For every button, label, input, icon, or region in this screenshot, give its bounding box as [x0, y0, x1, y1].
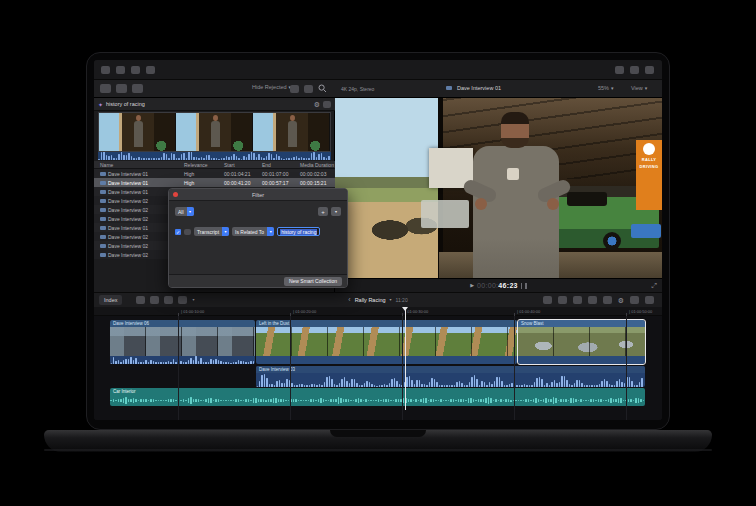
gear-icon[interactable]: ⚙ [314, 101, 320, 108]
waveform-bar [316, 157, 318, 160]
skimming-icon[interactable] [558, 296, 567, 304]
table-row[interactable]: Dave Interview 01High00:01:04:2100:01:07… [94, 169, 335, 178]
cell-end: 00:00:57:17 [262, 180, 300, 186]
add-rule-menu-button[interactable]: ▾ [331, 207, 341, 216]
col-start[interactable]: Start [224, 162, 262, 168]
waveform-bar [486, 385, 488, 387]
timeline-clip-dave-interview-03[interactable]: Dave Interview 03 [256, 366, 645, 387]
rule-checkbox[interactable]: ✓ [175, 229, 181, 235]
col-relevance[interactable]: Relevance [184, 162, 224, 168]
chevron-down-icon[interactable]: ▾ [390, 298, 392, 302]
viewer[interactable]: RALLY DRIVING [335, 98, 662, 278]
pause-icon[interactable] [525, 283, 527, 289]
background-tasks-icon[interactable] [146, 66, 155, 74]
back-chevron-icon[interactable]: ‹ [348, 296, 350, 303]
waveform-bar [469, 382, 471, 387]
view-menu[interactable]: View [631, 85, 643, 91]
solo-icon[interactable] [588, 296, 597, 304]
timeline-clip-left-in-the-dust[interactable]: Left in the Dust [256, 320, 517, 364]
edit-connect-icon[interactable] [136, 296, 145, 304]
waveform-bar [135, 399, 137, 402]
waveform-bar [534, 382, 536, 387]
col-end[interactable]: End [262, 162, 300, 168]
share-icon[interactable] [630, 66, 639, 74]
index-button[interactable]: Index [99, 295, 122, 305]
waveform-bar [373, 400, 375, 402]
play-icon[interactable]: ▶ [470, 283, 474, 288]
audio-skimming-icon[interactable] [573, 296, 582, 304]
rule-condition-popup[interactable]: Is Related To ▾ [232, 227, 274, 236]
waveform-bar [158, 158, 160, 160]
edit-append-icon[interactable] [164, 296, 173, 304]
inspector-toggle-icon[interactable] [645, 66, 654, 74]
waveform-bar [493, 400, 495, 402]
waveform-bar [478, 399, 480, 401]
waveform-bar [143, 399, 145, 403]
photos-audio-icon[interactable] [116, 84, 127, 93]
table-header[interactable]: Name Relevance Start End Media Duration [94, 161, 335, 169]
keyword-editor-icon[interactable] [131, 66, 140, 74]
col-media-duration[interactable]: Media Duration [300, 162, 335, 168]
show-hide-panel-icon[interactable] [645, 296, 654, 304]
timeline-settings-icon[interactable]: ⚙ [618, 297, 624, 304]
edit-insert-icon[interactable] [150, 296, 159, 304]
pause-icon[interactable] [521, 283, 523, 289]
viewer-zoom-level[interactable]: 55% [598, 85, 609, 91]
audio-meters-icon[interactable] [630, 296, 639, 304]
clip-appearance-icon[interactable] [290, 85, 299, 93]
waveform-bar [110, 400, 112, 402]
rule-type-popup[interactable]: Transcript ▾ [194, 227, 229, 236]
table-row[interactable]: Dave Interview 01High00:00:41:2000:00:57… [94, 178, 335, 187]
waveform-bar [636, 385, 638, 387]
chevron-down-icon[interactable]: ▾ [645, 86, 648, 91]
waveform-bar [613, 399, 615, 403]
waveform-bar [305, 400, 307, 402]
filmstrip-toggle-icon[interactable] [323, 101, 331, 108]
hide-rejected-filter[interactable]: Hide Rejected [252, 84, 287, 90]
clip-title: Left in the Dust [256, 320, 517, 327]
waveform-bar [541, 379, 543, 387]
waveform-bar [586, 385, 588, 388]
timeline-clip-dave-interview-06[interactable]: Dave Interview 06 [110, 320, 255, 364]
filter-dialog-titlebar[interactable]: Filter [169, 189, 347, 201]
add-rule-button[interactable]: + [318, 207, 328, 216]
search-icon[interactable] [318, 84, 327, 93]
waveform-bar [524, 384, 526, 387]
chevron-down-icon[interactable]: ▾ [611, 86, 614, 91]
import-media-icon[interactable] [116, 66, 125, 74]
timeline-ruler[interactable] [94, 307, 662, 316]
new-smart-collection-button[interactable]: New Smart Collection [284, 277, 342, 286]
chevron-down-icon[interactable]: ▾ [192, 298, 194, 302]
rule-value-field[interactable]: history of racing [277, 227, 320, 236]
project-name[interactable]: Rally Racing [355, 297, 386, 303]
waveform-bar [628, 399, 630, 402]
rule-value-text: history of racing [280, 229, 317, 235]
playhead[interactable] [405, 307, 406, 410]
waveform-bar [165, 362, 167, 364]
snapping-icon[interactable] [603, 296, 612, 304]
waveform-bar [261, 157, 263, 160]
fullscreen-icon[interactable]: ⤢ [651, 282, 657, 290]
waveform-bar [354, 379, 356, 387]
waveform-bar [429, 382, 431, 387]
rally-banner: RALLY DRIVING [636, 140, 662, 210]
waveform-bar [188, 360, 190, 364]
waveform-bar [436, 382, 438, 387]
playhead-handle[interactable] [402, 307, 408, 311]
titles-generators-icon[interactable] [132, 84, 143, 93]
waveform-bar [188, 152, 190, 160]
match-popup[interactable]: All ▾ [175, 207, 194, 216]
filmstrip-preview[interactable] [98, 112, 331, 152]
waveform-bar [178, 158, 180, 160]
waveform-bar [148, 400, 150, 402]
libraries-icon[interactable] [100, 84, 111, 93]
filter-dialog: Filter All ▾ + ▾ ✓ Transcript ▾ [168, 188, 348, 288]
person-figure [134, 121, 143, 147]
object-tracker-icon[interactable] [615, 66, 624, 74]
timeline-clip-car-interior[interactable]: Car Interior [110, 388, 645, 406]
duration-slider-icon[interactable] [304, 85, 313, 93]
col-name[interactable]: Name [94, 162, 184, 168]
sidebar-toggle-icon[interactable] [101, 66, 110, 74]
edit-overwrite-icon[interactable] [178, 296, 187, 304]
trim-tools-popup-icon[interactable] [543, 296, 552, 304]
